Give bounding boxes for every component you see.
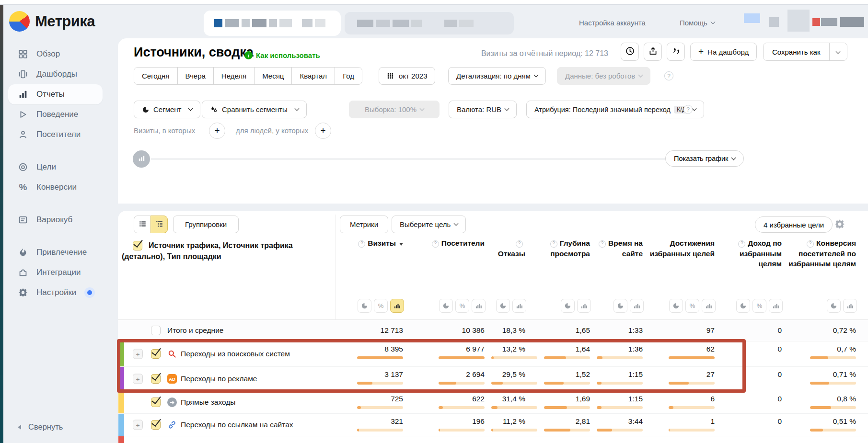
cell-value: 0	[721, 370, 782, 379]
metric-view-bars-toggle[interactable]	[702, 299, 716, 313]
metric-view-pie-toggle[interactable]	[496, 299, 510, 313]
counter-tab-inactive[interactable]	[345, 12, 514, 34]
metric-view-percent-toggle[interactable]: %	[685, 299, 699, 313]
metric-view-bars-toggle[interactable]	[512, 299, 526, 313]
sidebar-item-reports[interactable]: Отчеты	[8, 84, 103, 104]
metrika-logo[interactable]: Метрика	[9, 11, 95, 32]
expand-row-button[interactable]: +	[133, 374, 143, 384]
metric-view-bars-toggle[interactable]	[390, 299, 404, 313]
add-people-filter-button[interactable]: +	[315, 123, 331, 139]
add-to-dashboard-button[interactable]: +На дашборд	[690, 43, 757, 61]
sidebar-collapse-button[interactable]: Свернуть	[18, 422, 63, 432]
table-row-site-links[interactable]: +Переходы по ссылкам на сайтах32119611,2…	[118, 414, 868, 436]
expand-row-button[interactable]: +	[133, 420, 143, 430]
sampling-button[interactable]: Выборка: 100%	[349, 101, 440, 118]
schedule-button[interactable]	[621, 43, 639, 61]
attribution-button[interactable]: Атрибуция: Последний значимый переход К/…	[526, 101, 704, 118]
row-checkbox[interactable]	[151, 326, 161, 335]
metric-view-bars-toggle[interactable]	[843, 299, 857, 313]
help-icon[interactable]: ?	[664, 71, 673, 80]
metric-view-bars-toggle[interactable]	[472, 299, 486, 313]
groupings-button[interactable]: Группировки	[173, 216, 239, 233]
row-checkbox[interactable]	[151, 374, 161, 384]
sidebar-item-overview[interactable]: Обзор	[3, 44, 106, 64]
segment-button[interactable]: Сегмент	[134, 101, 200, 118]
period-tab-6[interactable]: Год	[335, 68, 362, 84]
metric-view-pie-toggle[interactable]	[358, 299, 371, 313]
sidebar-item-behavior[interactable]: Поведение	[3, 104, 106, 125]
column-header-bounces[interactable]: ?Отказы	[491, 238, 532, 269]
metric-view-percent-toggle[interactable]: %	[455, 299, 469, 313]
metric-view-pie-toggle[interactable]	[439, 299, 453, 313]
column-header-depth[interactable]: ?Глубина просмотра	[532, 238, 597, 269]
table-row-direct[interactable]: Прямые заходы72562231,4 %1,691:15600,8 %	[118, 391, 868, 414]
column-header-revenue[interactable]: ?Доход по избранным целям	[721, 238, 788, 269]
sidebar-item-goals[interactable]: Цели	[3, 157, 106, 177]
show-chart-button[interactable]: Показать график	[665, 150, 744, 167]
column-header-goal-reaches[interactable]: Достижения избранных целей	[649, 238, 721, 269]
table-row-search-engines[interactable]: +Переходы из поисковых систем8 3956 9771…	[118, 341, 868, 367]
help-link[interactable]: Помощь	[680, 19, 715, 27]
add-visit-filter-button[interactable]: +	[209, 123, 225, 139]
metric-view-bars-toggle[interactable]	[630, 299, 644, 313]
account-settings-link[interactable]: Настройка аккаунта	[579, 19, 646, 27]
table-row-ads[interactable]: +ADПереходы по рекламе3 1372 69429,5 %1,…	[118, 367, 868, 391]
period-tab-3[interactable]: Неделя	[213, 68, 254, 84]
expand-row-button[interactable]: +	[133, 349, 143, 359]
visits-total-label: Визиты за отчётный период: 12 713	[453, 49, 608, 58]
list-view-toggle[interactable]	[134, 216, 151, 233]
column-header-visits[interactable]: ?Визиты	[336, 238, 410, 269]
export-button[interactable]	[644, 43, 662, 61]
row-checkbox[interactable]	[151, 398, 161, 407]
metric-view-percent-toggle[interactable]: %	[752, 299, 766, 313]
how-to-use-link[interactable]: i Как использовать	[244, 51, 320, 59]
save-as-button[interactable]: Сохранить как	[764, 43, 829, 60]
table-settings-gear-icon[interactable]	[834, 218, 845, 230]
metric-view-pie-toggle[interactable]	[827, 299, 841, 313]
sidebar-item-dashboards[interactable]: Дашборды	[3, 64, 106, 84]
row-checkbox[interactable]	[151, 349, 161, 359]
favorite-goals-button[interactable]: 4 избранные цели	[755, 216, 833, 233]
period-tab-1[interactable]: Сегодня	[134, 68, 177, 84]
sidebar-item-conversions[interactable]: %Конверсии	[3, 177, 106, 197]
data-mode-button[interactable]: Данные: без роботов	[557, 67, 650, 85]
user-info-redacted[interactable]	[741, 9, 866, 35]
sidebar-item-settings[interactable]: Настройки	[3, 283, 106, 303]
annotations-button[interactable]	[667, 43, 685, 61]
metric-view-pie-toggle[interactable]	[561, 299, 575, 313]
period-tab-2[interactable]: Вчера	[177, 68, 213, 84]
date-range-button[interactable]: окт 2023	[379, 67, 435, 85]
column-header-visitors[interactable]: ?Посетители	[410, 238, 491, 269]
sidebar-item-acquisition[interactable]: Привлечение	[3, 242, 106, 262]
detalization-button[interactable]: Детализация: по дням	[448, 67, 546, 85]
period-tab-5[interactable]: Квартал	[291, 68, 335, 84]
metric-view-bars-toggle[interactable]	[577, 299, 591, 313]
row-grouping-header[interactable]: Источник трафика, Источник трафика (дета…	[122, 240, 331, 262]
tree-view-toggle[interactable]	[150, 216, 168, 233]
redacted-pixels	[821, 18, 837, 26]
compare-segments-button[interactable]: Сравнить сегменты	[202, 101, 307, 118]
counter-tab-active[interactable]	[204, 11, 341, 36]
metrics-button[interactable]: Метрики	[340, 216, 388, 233]
period-tab-4[interactable]: Месяц	[254, 68, 291, 84]
cell-value: 27	[649, 370, 715, 379]
help-icon[interactable]: ?	[683, 105, 693, 114]
metric-view-percent-toggle[interactable]: %	[374, 299, 388, 313]
currency-button[interactable]: Валюта: RUB	[449, 101, 517, 118]
sidebar-item-visitors[interactable]: Посетители	[3, 125, 106, 145]
metric-view-bars-toggle[interactable]	[769, 299, 783, 313]
column-header-conversion[interactable]: ?Конверсия посетителей по избранным целя…	[788, 238, 863, 269]
cell-bounces: 31,4 %	[491, 391, 532, 413]
column-header-time-on-site[interactable]: ?Время на сайте	[597, 238, 649, 269]
choose-goal-button[interactable]: Выберите цель	[392, 216, 466, 233]
row-checkbox[interactable]	[151, 420, 161, 430]
help-icon: ?	[516, 240, 523, 248]
table-row-totals[interactable]: Итого и средние12 71310 38618,3 %1,651:3…	[118, 320, 868, 341]
save-as-dropdown[interactable]	[829, 43, 847, 60]
metric-view-pie-toggle[interactable]	[669, 299, 683, 313]
sidebar-item-variocube[interactable]: Вариокуб	[3, 210, 106, 230]
chart-collapse-handle[interactable]	[133, 150, 150, 168]
sidebar-item-integrations[interactable]: Интеграции	[3, 262, 106, 283]
metric-view-pie-toggle[interactable]	[613, 299, 627, 313]
metric-view-pie-toggle[interactable]	[736, 299, 750, 313]
